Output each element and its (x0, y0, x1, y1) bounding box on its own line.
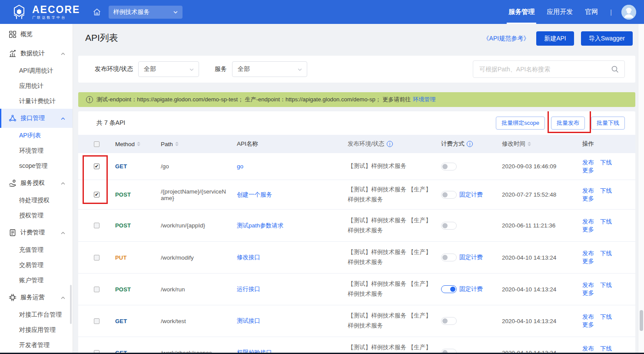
row-action-更多[interactable]: 更多 (582, 195, 594, 203)
billing-toggle[interactable] (441, 222, 457, 230)
row-checkbox[interactable]: ✔ (94, 164, 100, 169)
collapse-caret-icon[interactable] (60, 295, 66, 300)
env-status-cell: 【测试】样例技术服务 (339, 161, 432, 171)
sidebar-item-服务运营[interactable]: 服务运营 (0, 288, 73, 307)
sidebar-item-计量计费统计[interactable]: 计量计费统计 (0, 94, 73, 109)
sidebar-item-待处理授权[interactable]: 待处理授权 (0, 193, 73, 208)
bulk-offline-button[interactable]: 批量下线 (591, 117, 625, 130)
row-action-发布[interactable]: 发布 (582, 250, 594, 257)
collapse-caret-icon[interactable] (60, 116, 66, 121)
sidebar-item-授权管理[interactable]: 授权管理 (0, 208, 73, 223)
row-action-下线[interactable]: 下线 (600, 281, 612, 289)
sidebar-item-API列表[interactable]: API列表 (0, 128, 73, 143)
row-checkbox[interactable] (94, 287, 100, 292)
bulk-bind-scope-button[interactable]: 批量绑定scope (496, 117, 545, 130)
sort-icon[interactable] (137, 142, 140, 146)
row-action-下线[interactable]: 下线 (600, 345, 612, 353)
sidebar-item-环境管理[interactable]: 环境管理 (0, 143, 73, 158)
page-scrollbar[interactable] (638, 24, 644, 354)
billing-toggle[interactable] (441, 285, 457, 293)
nav-item-app-development[interactable]: 应用开发 (547, 0, 573, 24)
sort-icon[interactable] (528, 142, 531, 146)
service-select[interactable]: 全部 (232, 61, 307, 77)
row-action-下线[interactable]: 下线 (600, 159, 612, 167)
row-action-更多[interactable]: 更多 (582, 167, 594, 174)
row-action-发布[interactable]: 发布 (582, 218, 594, 226)
billing-toggle[interactable] (441, 317, 457, 325)
env-management-link[interactable]: 环境管理 (413, 96, 435, 104)
column-header-发布环境/状态: 发布环境/状态i (339, 139, 432, 149)
info-icon[interactable]: i (467, 141, 473, 147)
home-icon[interactable] (92, 7, 102, 17)
row-action-发布[interactable]: 发布 (582, 187, 594, 195)
sidebar-item-开发者管理[interactable]: 开发者管理 (0, 337, 73, 353)
sort-icon[interactable] (175, 142, 179, 146)
sidebar-item-数据统计[interactable]: 数据统计 (0, 44, 73, 63)
bulk-publish-button[interactable]: 批量发布 (551, 117, 585, 130)
row-checkbox[interactable] (94, 223, 100, 228)
page-scrollbar-thumb[interactable] (640, 310, 643, 331)
row-action-下线[interactable]: 下线 (600, 187, 612, 195)
row-action-发布[interactable]: 发布 (582, 345, 594, 353)
create-api-button[interactable]: 新建API (536, 31, 574, 46)
sidebar-item-对接应用管理[interactable]: 对接应用管理 (0, 322, 73, 337)
row-action-更多[interactable]: 更多 (582, 257, 594, 265)
nav-item-official-site[interactable]: 官网 (585, 0, 598, 24)
sidebar-item-scope管理[interactable]: scope管理 (0, 158, 73, 174)
api-name-link[interactable]: 测试path参数请求 (237, 222, 283, 230)
api-name-link[interactable]: 修改接口 (237, 254, 260, 261)
row-action-下线[interactable]: 下线 (600, 218, 612, 226)
service-selector-dropdown[interactable]: 样例技术服务 (109, 6, 183, 19)
row-action-发布[interactable]: 发布 (582, 313, 594, 321)
api-name-link[interactable]: 运行接口 (237, 285, 260, 293)
row-checkbox[interactable]: ✔ (94, 192, 100, 197)
operations-icon (9, 294, 17, 301)
row-checkbox[interactable] (94, 318, 100, 324)
api-spec-reference-link[interactable]: 《API规范参考》 (483, 35, 530, 43)
nav-item-service-management[interactable]: 服务管理 (508, 0, 534, 24)
sidebar-item-API调用统计[interactable]: API调用统计 (0, 63, 73, 78)
authorization-icon (9, 179, 17, 187)
api-name-link[interactable]: 测试接口 (237, 317, 260, 325)
collapse-caret-icon[interactable] (60, 230, 66, 235)
select-all-checkbox[interactable] (94, 141, 100, 147)
engineer-avatar-icon (621, 5, 636, 20)
sidebar-item-交易管理[interactable]: 交易管理 (0, 257, 73, 273)
row-action-下线[interactable]: 下线 (600, 313, 612, 321)
billing-toggle[interactable] (441, 163, 457, 170)
collapse-caret-icon[interactable] (60, 51, 66, 56)
sidebar-item-概览[interactable]: 概览 (0, 25, 73, 44)
billing-toggle[interactable] (441, 191, 457, 199)
billing-type-link[interactable]: 固定计费 (459, 191, 483, 199)
sidebar-scrollbar[interactable] (70, 285, 72, 324)
import-swagger-button[interactable]: 导入Swagger (581, 31, 633, 46)
user-avatar[interactable] (621, 5, 636, 20)
row-action-下线[interactable]: 下线 (600, 250, 612, 257)
sidebar-item-应用统计[interactable]: 应用统计 (0, 78, 73, 94)
sidebar-item-充值管理[interactable]: 充值管理 (0, 242, 73, 257)
billing-type-link[interactable]: 固定计费 (459, 285, 483, 293)
method-cell: PUT (106, 254, 152, 261)
row-checkbox[interactable] (94, 255, 100, 260)
sidebar-item-对接工作台管理[interactable]: 对接工作台管理 (0, 307, 73, 322)
row-action-更多[interactable]: 更多 (582, 321, 594, 329)
row-action-发布[interactable]: 发布 (582, 159, 594, 167)
search-icon[interactable] (611, 65, 619, 73)
brand-subtitle: 广联达数字中台 (32, 16, 80, 20)
sidebar-item-账户管理[interactable]: 账户管理 (0, 273, 73, 288)
api-name-link[interactable]: go (237, 163, 243, 170)
row-action-更多[interactable]: 更多 (582, 289, 594, 297)
billing-type-link[interactable]: 固定计费 (459, 254, 483, 261)
table-row: GET/work/test测试接口【测试】样例技术服务 【生产】样例技术服务20… (78, 305, 635, 337)
sidebar-item-计费管理[interactable]: 计费管理 (0, 223, 73, 242)
info-icon[interactable]: i (387, 141, 393, 147)
collapse-caret-icon[interactable] (60, 180, 66, 186)
row-action-发布[interactable]: 发布 (582, 281, 594, 289)
sidebar-item-服务授权[interactable]: 服务授权 (0, 174, 73, 193)
row-action-更多[interactable]: 更多 (582, 226, 594, 234)
billing-toggle[interactable] (441, 254, 457, 261)
env-status-select[interactable]: 全部 (138, 61, 199, 77)
search-input[interactable] (473, 66, 611, 73)
sidebar-item-接口管理[interactable]: 接口管理 (0, 109, 73, 128)
api-name-link[interactable]: 创建一个服务 (237, 191, 272, 199)
